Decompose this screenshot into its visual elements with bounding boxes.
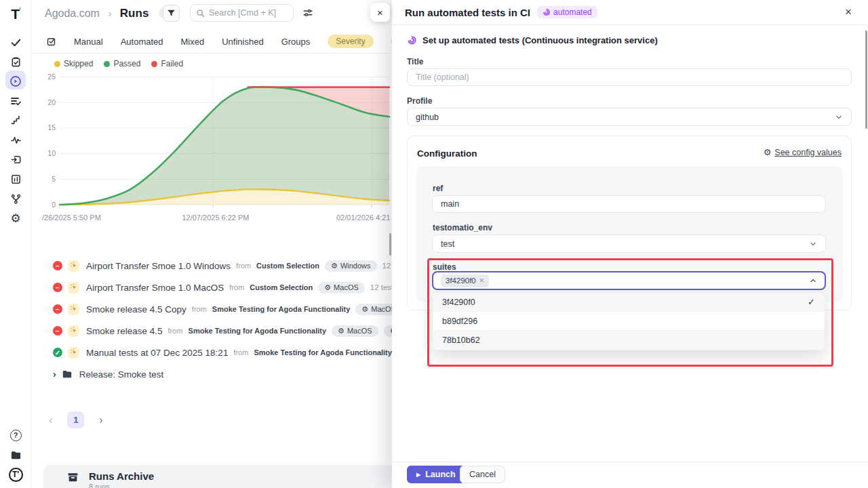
failed-status-icon: − xyxy=(53,304,62,314)
breadcrumb: Agoda.com › Runs 5 xyxy=(45,7,174,20)
projects-folder-icon[interactable] xyxy=(0,446,31,464)
run-row[interactable]: − Airport Transfer Smoe 1.0 MacOS from C… xyxy=(31,277,392,298)
gear-icon: ⚙ xyxy=(338,327,344,335)
archive-icon xyxy=(66,470,79,483)
footer-divider xyxy=(392,462,868,462)
run-row[interactable]: − Airport Transfer Smoe 1.0 Windows from… xyxy=(31,255,392,277)
drawer-close-button[interactable]: × xyxy=(845,6,852,18)
gear-icon: ⚙ xyxy=(324,284,331,291)
tab-severity[interactable]: Severity xyxy=(328,35,373,48)
runs-trend-chart: 0510152025 xyxy=(41,72,393,214)
skipped-dot-icon xyxy=(54,61,60,67)
analytics-pulse-icon[interactable] xyxy=(0,131,31,148)
ref-label: ref xyxy=(433,184,443,193)
tab-unfinished[interactable]: Unfinished xyxy=(222,37,263,47)
suite-tag: 3f4290f0 × xyxy=(441,274,489,287)
cancel-button[interactable]: Cancel xyxy=(460,466,505,483)
runs-play-icon[interactable] xyxy=(0,73,31,90)
settings-gear-icon[interactable]: ⚙ xyxy=(0,209,31,227)
suites-dropdown: 3f4290f0 ✓ b89df296 78b10b62 xyxy=(432,292,825,350)
run-source: Smoke Testing for Agoda Functionality xyxy=(212,305,351,313)
results-list-icon[interactable] xyxy=(0,92,31,110)
testomatio-env-select[interactable]: test xyxy=(432,235,826,253)
tab-groups[interactable]: Groups xyxy=(281,37,311,47)
title-input[interactable] xyxy=(407,68,852,86)
launch-button[interactable]: ▶ Launch xyxy=(407,466,465,483)
expand-chevron-icon[interactable]: › xyxy=(53,369,56,380)
dropdown-option[interactable]: 3f4290f0 ✓ xyxy=(433,293,825,312)
prev-page-icon[interactable]: ‹ xyxy=(49,414,52,426)
view-settings-icon[interactable] xyxy=(301,6,315,20)
env-value: test xyxy=(441,239,454,249)
remove-tag-icon[interactable]: × xyxy=(479,276,484,285)
profile-select[interactable]: github xyxy=(407,108,852,126)
profile-label: Profile xyxy=(407,96,432,106)
check-icon[interactable] xyxy=(0,33,31,51)
play-icon: ▶ xyxy=(416,472,420,478)
run-source: Smoke Testing for Agoda Functionality xyxy=(254,348,392,357)
search-input[interactable] xyxy=(209,8,283,18)
svg-text:0: 0 xyxy=(52,201,56,209)
reports-chart-icon[interactable] xyxy=(0,170,31,188)
tasks-clipboard-icon[interactable] xyxy=(0,53,31,70)
search-box[interactable] xyxy=(190,4,294,22)
manual-click-icon xyxy=(68,260,79,272)
app-logo[interactable]: T' xyxy=(0,5,31,23)
breadcrumb-page: Runs xyxy=(120,7,149,20)
failed-dot-icon xyxy=(151,61,157,67)
tab-mixed[interactable]: Mixed xyxy=(181,37,205,47)
drawer-close-floating-button[interactable]: × xyxy=(370,3,390,22)
steps-stairs-icon[interactable] xyxy=(0,111,31,129)
run-source: Smoke Testing for Agoda Functionality xyxy=(189,327,327,335)
passed-dot-icon xyxy=(104,61,110,67)
gear-icon: ⚙ xyxy=(764,147,772,157)
breadcrumb-project[interactable]: Agoda.com xyxy=(45,7,100,19)
branches-git-icon[interactable] xyxy=(0,190,31,207)
run-row[interactable]: ✓ Manual tests at 07 Dec 2025 18:21 from… xyxy=(31,342,392,363)
run-title: Airport Transfer Smoe 1.0 MacOS xyxy=(86,283,224,293)
env-badge: ⚙MacOS xyxy=(355,304,392,315)
page-1-button[interactable]: 1 xyxy=(67,411,84,428)
app-window: T' ⚙ ? xyxy=(0,0,868,488)
next-page-icon[interactable]: › xyxy=(99,414,102,426)
dropdown-option[interactable]: b89df296 xyxy=(433,312,825,331)
drawer-header: Run automated tests in CI automated xyxy=(392,0,868,25)
main-scrollbar[interactable] xyxy=(389,233,391,256)
run-row[interactable]: − Smoke release 4.5 Copy from Smoke Test… xyxy=(31,298,392,320)
import-box-icon[interactable] xyxy=(0,150,31,168)
automation-swirl-icon xyxy=(407,35,417,45)
run-from-label: from xyxy=(229,283,244,291)
env-badge: ⚙Windows xyxy=(325,260,377,272)
passed-status-icon: ✓ xyxy=(53,348,62,357)
chart-legend: Skipped Passed Failed xyxy=(54,59,183,68)
run-from-label: from xyxy=(233,348,248,357)
env-badge: ⚙MacOS xyxy=(332,325,378,337)
ref-input[interactable] xyxy=(432,195,826,213)
suites-multiselect[interactable]: 3f4290f0 × xyxy=(432,271,826,290)
chevron-up-icon xyxy=(809,277,817,285)
run-row[interactable]: − Smoke release 4.5 from Smoke Testing f… xyxy=(31,320,392,342)
dropdown-option[interactable]: 78b10b62 xyxy=(433,331,825,350)
filter-button[interactable] xyxy=(163,5,180,22)
tab-manual[interactable]: Manual xyxy=(74,37,103,47)
account-logo-icon[interactable]: T' xyxy=(0,466,31,483)
setup-section-header: Set up automated tests (Continuous integ… xyxy=(407,35,658,45)
run-tests-count: 12 tests xyxy=(382,262,393,270)
drawer-scrollbar[interactable] xyxy=(865,30,867,129)
automation-swirl-icon xyxy=(542,8,551,16)
see-config-values-link[interactable]: ⚙ See config values xyxy=(764,147,842,157)
run-title: Smoke release 4.5 Copy xyxy=(86,304,186,314)
help-icon[interactable]: ? xyxy=(0,426,31,444)
folder-row[interactable]: › Release: Smoke test xyxy=(31,363,392,385)
run-from-label: from xyxy=(236,262,251,270)
x-axis-label-2: 12/07/2025 6:22 PM xyxy=(182,214,249,222)
chevron-down-icon xyxy=(835,113,843,121)
svg-text:25: 25 xyxy=(47,73,56,81)
select-runs-icon[interactable] xyxy=(46,37,56,47)
suites-label: suites xyxy=(433,262,456,272)
tab-automated[interactable]: Automated xyxy=(121,37,163,47)
breadcrumb-separator-icon: › xyxy=(108,7,111,19)
configuration-title: Configuration xyxy=(417,148,477,159)
archive-title: Runs Archive xyxy=(89,470,154,483)
title-label: Title xyxy=(407,57,423,66)
